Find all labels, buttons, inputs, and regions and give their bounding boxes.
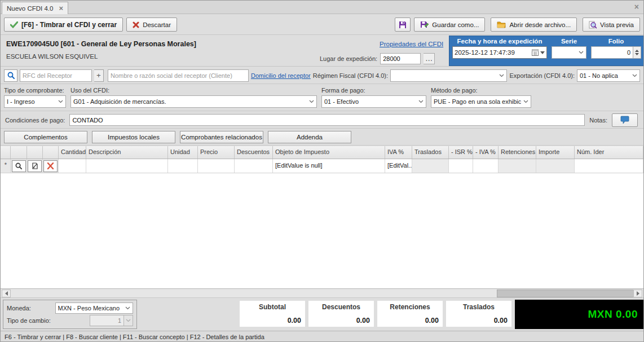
chevron-down-icon [309,100,314,103]
metodo-pago-combo[interactable]: PUE - Pago en una sola exhibición [431,95,531,108]
emisor-header: EWE1709045U0 [601 - General de Ley Perso… [1,36,643,67]
expedicion-panel: Fecha y hora de expedición 2025-12-12 17… [449,36,644,66]
col-descripcion[interactable]: Descripción [86,146,168,159]
tipo-comprobante-value: I - Ingreso [7,98,56,105]
tab-close-icon[interactable]: × [59,5,63,12]
nombre-receptor-input[interactable] [108,69,249,82]
add-receptor-button[interactable]: + [94,69,104,82]
serie-label: Serie [561,38,577,45]
col-isr-ret[interactable]: - ISR % [449,146,473,159]
descuentos-box: Descuentos 0.00 [308,301,374,327]
col-num-identificacion[interactable]: Núm. Ider [575,146,643,159]
grid-empty-area [1,173,643,288]
grid-header-row: Cantidad Descripción Unidad Precio Descu… [1,146,643,159]
descartar-button[interactable]: Descartar [126,17,177,32]
spinner-arrows-icon[interactable] [633,46,641,59]
regimen-fiscal-label: Régimen Fiscal (CFDI 4.0): [313,72,388,79]
sections-row: Complementos Impuestos locales Comproban… [1,129,643,146]
row-search-concepto-button[interactable] [12,160,26,172]
domicilio-receptor-link[interactable]: Domicilio del receptor [251,72,311,79]
fecha-expedicion-label: Fecha y hora de expedición [457,38,542,45]
grand-total-display: MXN 0.00 [515,300,643,329]
impuestos-locales-button[interactable]: Impuestos locales [92,131,175,143]
col-descuentos[interactable]: Descuentos [235,146,273,159]
cell-iva[interactable]: [EditVal... [385,159,412,173]
col-unidad[interactable]: Unidad [168,146,198,159]
scrollbar-thumb[interactable] [497,290,636,297]
cell-importe [536,159,575,173]
new-row-indicator: * [1,159,11,173]
cell-objeto-impuesto[interactable]: [EditValue is null] [273,159,385,173]
cell-num-identificacion[interactable] [575,159,643,173]
comprobantes-relacionados-button[interactable]: Comprobantes relacionados [180,131,263,143]
uso-cfdi-combo[interactable]: G01 - Adquisición de mercancías. [70,95,317,108]
retenciones-value: 0.00 [381,317,439,325]
descartar-label: Descartar [143,21,171,28]
subtotal-value: 0.00 [244,317,301,325]
chevron-down-icon [632,74,637,77]
cell-unidad[interactable] [168,159,198,173]
propiedades-cfdi-link[interactable]: Propiedades del CFDI [380,41,443,47]
preview-button[interactable]: Vista previa [583,17,640,32]
moneda-groupbox: Moneda: MXN - Peso Mexicano Tipo de camb… [3,300,137,329]
col-iva-ret[interactable]: - IVA % [473,146,499,159]
cell-descuentos[interactable] [235,159,273,173]
col-iva[interactable]: IVA % [385,146,412,159]
save-button[interactable] [395,17,411,32]
lugar-expedicion-label: Lugar de expedición: [320,55,377,62]
moneda-label: Moneda: [7,305,55,312]
tab-nuevo-cfdi[interactable]: Nuevo CFDI 4.0 × [2,2,68,14]
addenda-button[interactable]: Addenda [268,131,351,143]
tab-title: Nuevo CFDI 4.0 [7,5,53,12]
complementos-button[interactable]: Complementos [4,131,87,143]
check-icon [10,21,18,28]
metodo-pago-value: PUE - Pago en una sola exhibición [434,98,521,105]
tab-strip: Nuevo CFDI 4.0 × × [1,1,643,14]
buscar-cliente-button[interactable] [4,69,17,82]
open-file-button[interactable]: Abrir desde archivo... [491,17,577,32]
scroll-left-arrow-icon[interactable] [2,290,11,297]
timbrar-button[interactable]: [F6] - Timbrar el CFDI y cerrar [4,17,123,32]
col-retenciones[interactable]: Retenciones [499,146,536,159]
folio-value[interactable]: 0 [591,46,633,59]
moneda-combo[interactable]: MXN - Peso Mexicano [55,302,133,314]
lugar-browse-button[interactable]: … [424,53,435,64]
chevron-down-icon[interactable] [540,51,545,54]
emisor-rfc: EWE1709045U0 [601 - General de Ley Perso… [6,40,196,48]
folio-stepper[interactable]: 0 [591,46,641,59]
horizontal-scrollbar[interactable] [1,289,643,298]
tipo-comprobante-combo[interactable]: I - Ingreso [4,95,66,108]
save-as-button[interactable]: Guardar como... [414,17,485,32]
condiciones-pago-input[interactable] [69,114,585,126]
condiciones-pago-label: Condiciones de pago: [5,117,65,124]
folder-icon [497,21,506,28]
notas-button[interactable] [612,113,638,127]
exportacion-combo[interactable]: 01 - No aplica [577,69,640,82]
cell-iva-ret[interactable] [473,159,499,173]
cell-cantidad[interactable] [59,159,86,173]
descuentos-label: Descuentos [312,303,370,311]
col-objeto-impuesto[interactable]: Objeto de Impuesto [273,146,385,159]
col-importe[interactable]: Importe [536,146,575,159]
tipo-cambio-value: 1 [90,315,124,326]
lugar-expedicion-input[interactable] [380,53,421,64]
row-edit-detail-button[interactable] [28,160,42,172]
cell-isr-ret[interactable] [449,159,473,173]
scroll-right-arrow-icon[interactable] [633,290,642,297]
serie-combo[interactable] [552,46,586,59]
preview-icon [589,21,597,29]
col-traslados[interactable]: Traslados [412,146,449,159]
row-delete-button[interactable] [43,160,58,172]
tipo-cambio-stepper: 1 [90,315,133,326]
regimen-fiscal-combo[interactable] [390,69,507,82]
close-icon[interactable]: × [634,3,639,11]
retenciones-label: Retenciones [381,303,439,311]
cell-descripcion[interactable] [86,159,168,173]
forma-pago-combo[interactable]: 01 - Efectivo [321,95,426,108]
fecha-expedicion-input[interactable]: 2025-12-12 17:47:39 [452,46,547,59]
tipo-comprobante-label: Tipo de comprobante: [4,87,66,94]
col-precio[interactable]: Precio [198,146,235,159]
cell-precio[interactable] [198,159,235,173]
col-cantidad[interactable]: Cantidad [59,146,86,159]
rfc-receptor-input[interactable] [20,69,92,82]
